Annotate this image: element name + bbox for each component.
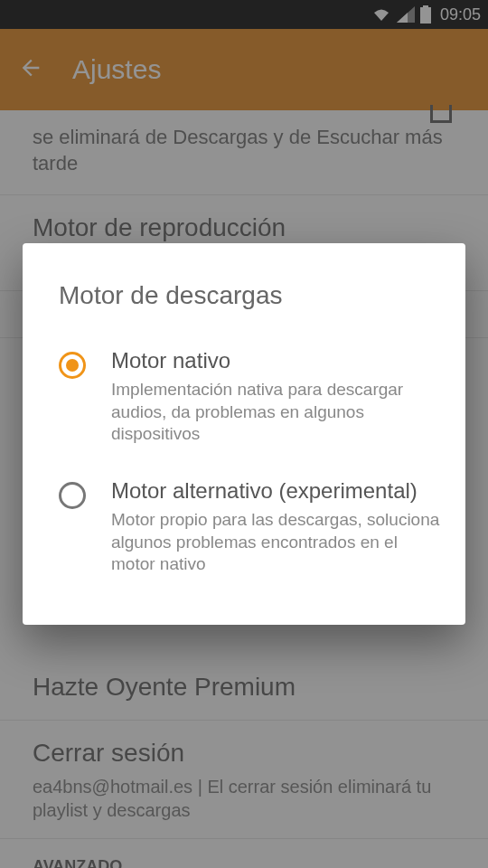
option-description: Implementación nativa para descargar aud… (111, 379, 440, 446)
radio-option-native[interactable]: Motor nativo Implementación nativa para … (23, 332, 465, 462)
radio-selected-icon[interactable] (59, 352, 86, 379)
modal-overlay[interactable]: Motor de descargas Motor nativo Implemen… (0, 0, 488, 868)
radio-option-alternative[interactable]: Motor alternativo (experimental) Motor p… (23, 462, 465, 592)
option-description: Motor propio para las descargas, solucio… (111, 509, 440, 576)
dialog-title: Motor de descargas (23, 272, 465, 332)
download-engine-dialog: Motor de descargas Motor nativo Implemen… (23, 243, 465, 625)
option-label: Motor nativo (111, 348, 440, 373)
option-label: Motor alternativo (experimental) (111, 478, 440, 504)
radio-unselected-icon[interactable] (59, 482, 86, 509)
